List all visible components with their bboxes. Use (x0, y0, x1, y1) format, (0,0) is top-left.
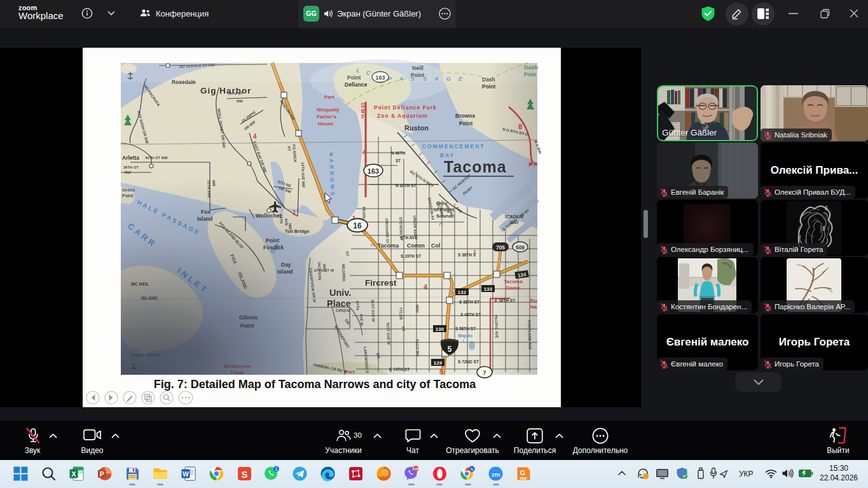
svg-text:zm: zm (492, 471, 500, 478)
svg-text:1: 1 (275, 466, 277, 472)
svg-text:$: $ (825, 205, 828, 211)
svg-text:PDF: PDF (520, 477, 528, 480)
svg-text:Fig. 7: Detailed Map of Tacoma: Fig. 7: Detailed Map of Tacoma Narrows a… (154, 378, 476, 391)
svg-text:G: G (520, 469, 526, 477)
svg-text:N: N (470, 467, 473, 471)
svg-text:P: P (100, 470, 104, 478)
svg-text:X: X (71, 470, 76, 478)
svg-text:698: 698 (413, 466, 419, 471)
svg-text:W: W (183, 470, 189, 478)
svg-text:S: S (241, 469, 247, 480)
svg-text:$: $ (822, 225, 825, 232)
